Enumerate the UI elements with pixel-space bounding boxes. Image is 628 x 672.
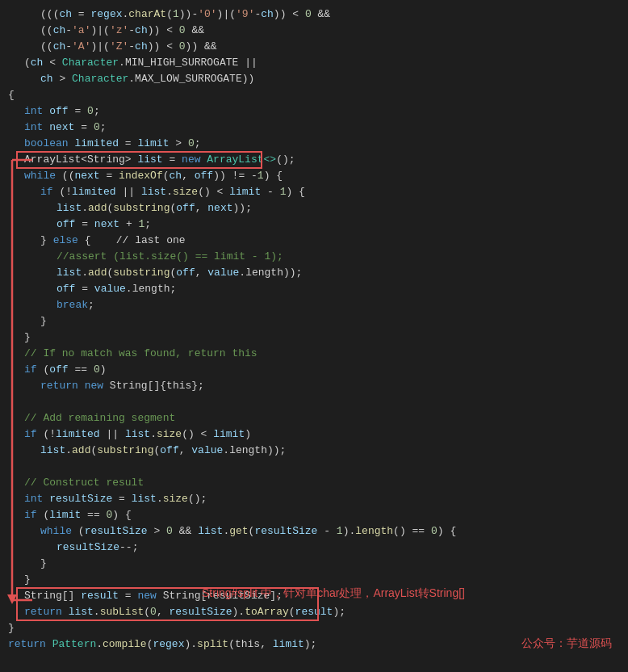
- code-line: }: [8, 556, 628, 572]
- code-line: ((ch-'A')|('Z'-ch)) < 0)) &&: [8, 39, 628, 55]
- code-line: list.add(substring(off, value.length));: [8, 443, 628, 459]
- annotation-text: String#split 中，针对单char处理，ArrayList转Strin…: [202, 586, 465, 599]
- code-line: list.add(substring(off, value.length));: [8, 265, 628, 281]
- code-line: while ((next = indexOf(ch, off)) != -1) …: [8, 168, 628, 184]
- code-line: ArrayList<String> list = new ArrayList<>…: [8, 152, 628, 168]
- code-line: break;: [8, 297, 628, 313]
- code-line: boolean limited = limit > 0;: [8, 136, 628, 152]
- code-container: (((ch = regex.charAt(1))-'0')|('9'-ch)) …: [0, 0, 628, 659]
- code-line: // Add remaining segment: [8, 410, 628, 426]
- code-line: int next = 0;: [8, 120, 628, 136]
- code-line: if (!limited || list.size() < limit - 1)…: [8, 184, 628, 200]
- code-line: }: [8, 330, 628, 346]
- code-line: ((ch-'a')|('z'-ch)) < 0 &&: [8, 23, 628, 39]
- code-line: if (!limited || list.size() < limit): [8, 426, 628, 443]
- code-line: }: [8, 313, 628, 330]
- code-line: }: [8, 620, 628, 636]
- code-line: // If no match was found, return this: [8, 346, 628, 362]
- code-line: [8, 394, 628, 410]
- code-line: // Construct result: [8, 475, 628, 491]
- code-line: {: [8, 87, 628, 103]
- code-line: list.add(substring(off, next));: [8, 200, 628, 216]
- code-line: int resultSize = list.size();: [8, 491, 628, 507]
- code-line: if (limit == 0) {: [8, 507, 628, 523]
- code-line: return list.subList(0, resultSize).toArr…: [8, 604, 628, 620]
- code-line: while (resultSize > 0 && list.get(result…: [8, 523, 628, 540]
- code-line: if (off == 0): [8, 362, 628, 378]
- code-line: resultSize--;: [8, 540, 628, 556]
- code-line: (ch < Character.MIN_HIGH_SURROGATE ||: [8, 55, 628, 71]
- code-line: int off = 0;: [8, 103, 628, 120]
- code-line: return new String[]{this};: [8, 378, 628, 394]
- watermark: 公众号：芋道源码: [521, 636, 612, 651]
- code-line: [8, 459, 628, 475]
- code-line: off = next + 1;: [8, 216, 628, 233]
- code-line: //assert (list.size() == limit - 1);: [8, 249, 628, 265]
- code-line: ch > Character.MAX_LOW_SURROGATE)): [8, 71, 628, 87]
- code-line: } else { // last one: [8, 233, 628, 249]
- code-line: }: [8, 572, 628, 588]
- code-line: off = value.length;: [8, 281, 628, 297]
- code-line: (((ch = regex.charAt(1))-'0')|('9'-ch)) …: [8, 6, 628, 23]
